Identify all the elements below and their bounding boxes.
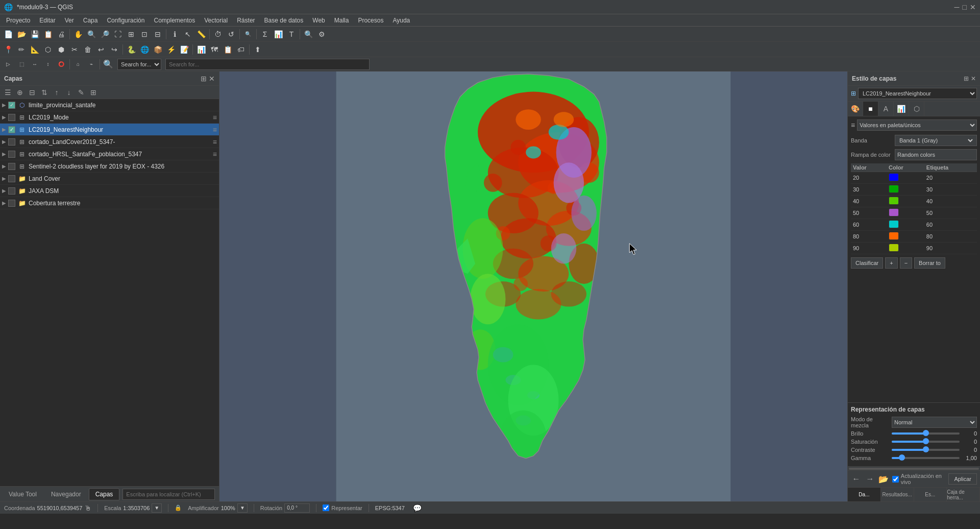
map-area[interactable] — [219, 71, 847, 501]
expand-arrow-cortadohrsl[interactable]: ▶ — [2, 151, 8, 157]
menu-capa[interactable]: Capa — [79, 16, 102, 25]
modo-select[interactable]: Normal — [892, 417, 977, 428]
analysis-2[interactable]: 🗺 — [208, 43, 220, 56]
expand-arrow-landcover[interactable]: ▶ — [2, 176, 8, 181]
plugin-2[interactable]: 🌐 — [138, 43, 151, 56]
brillo-slider[interactable] — [892, 432, 960, 435]
tab-navegador[interactable]: Navegador — [44, 488, 88, 500]
apply-button[interactable]: Aplicar — [948, 473, 977, 485]
history-back-icon[interactable]: ← — [851, 473, 862, 485]
digitize-5[interactable]: ⬢ — [55, 43, 67, 56]
digitize-7[interactable]: 🗑 — [82, 43, 94, 56]
expand-arrow-limite[interactable]: ▶ — [2, 102, 8, 108]
menu-ayuda[interactable]: Ayuda — [388, 16, 414, 25]
color-table-row[interactable]: 90 90 — [851, 243, 977, 254]
color-swatch-cell[interactable] — [887, 219, 924, 231]
layer-checkbox-cortadohrsl[interactable] — [8, 151, 15, 158]
layer-search-input[interactable] — [122, 489, 215, 500]
zoom-magnifier-icon[interactable]: 🔍 — [102, 58, 114, 70]
layer-item-jaxa[interactable]: ▶ 📁 JAXA DSM — [0, 185, 219, 197]
style-tab-paint[interactable]: 🎨 — [848, 102, 863, 116]
adv-5[interactable]: ⭕ — [55, 58, 67, 70]
zoom-in-button[interactable]: 🔍 — [85, 28, 97, 40]
layer-checkbox-cortadolc[interactable] — [8, 138, 15, 146]
digitize-1[interactable]: 📍 — [2, 43, 14, 56]
plugin-3[interactable]: 📦 — [152, 43, 164, 56]
menu-complementos[interactable]: Complementos — [150, 16, 199, 25]
style-tab-diagrams[interactable]: 📊 — [894, 102, 909, 116]
remove-class-button[interactable]: − — [900, 257, 912, 269]
analysis-4[interactable]: 🏷 — [235, 43, 247, 56]
color-table-row[interactable]: 50 50 — [851, 207, 977, 219]
layers-toolbar-5[interactable]: ↑ — [51, 87, 62, 98]
layer-opts-cortadohrsl[interactable]: ≡ — [213, 150, 217, 158]
layer-opts-nn[interactable]: ≡ — [213, 126, 217, 134]
zoom-out-button[interactable]: 🔎 — [99, 28, 111, 40]
zoom-layer-button[interactable]: ⊡ — [138, 28, 151, 40]
layer-checkbox-landcover[interactable] — [8, 175, 15, 182]
render-checkbox[interactable] — [323, 504, 329, 511]
color-swatch-cell[interactable] — [887, 243, 924, 254]
extra-1[interactable]: ⬆ — [252, 43, 264, 56]
adv-4[interactable]: ↕ — [42, 58, 54, 70]
digitize-9[interactable]: ↪ — [108, 43, 120, 56]
rotation-input[interactable] — [284, 503, 310, 513]
zoom-selection-button[interactable]: ⊞ — [125, 28, 137, 40]
search-type-select[interactable]: Search for... — [117, 59, 161, 70]
open-style-icon[interactable]: 📂 — [878, 473, 889, 485]
color-table-row[interactable]: 30 30 — [851, 184, 977, 196]
menu-proyecto[interactable]: Proyecto — [2, 16, 34, 25]
menu-web[interactable]: Web — [308, 16, 329, 25]
adv-2[interactable]: ⬚ — [15, 58, 28, 70]
menu-editar[interactable]: Editar — [35, 16, 59, 25]
color-swatch-cell[interactable] — [887, 207, 924, 219]
refresh-button[interactable]: ↺ — [225, 28, 237, 40]
tab-capas[interactable]: Capas — [89, 488, 120, 500]
maximize-button[interactable]: □ — [963, 3, 967, 11]
layers-panel-close-icon[interactable]: ✕ — [209, 75, 215, 83]
pan-button[interactable]: ✋ — [72, 28, 84, 40]
measure-button[interactable]: 📏 — [195, 28, 207, 40]
rampa-value[interactable]: Random colors — [895, 149, 977, 160]
save-as-button[interactable]: 📋 — [42, 28, 54, 40]
epsg-item[interactable]: EPSG:5347 — [375, 505, 405, 511]
expand-arrow-mode[interactable]: ▶ — [2, 114, 8, 120]
zoom-extent-button[interactable]: ⛶ — [112, 28, 124, 40]
layers-toolbar-6[interactable]: ↓ — [63, 87, 75, 98]
layers-toolbar-7[interactable]: ✎ — [76, 87, 87, 98]
new-project-button[interactable]: 📄 — [2, 28, 14, 40]
menu-basedatos[interactable]: Base de datos — [260, 16, 308, 25]
select-button[interactable]: ↖ — [182, 28, 194, 40]
minimize-button[interactable]: ─ — [954, 3, 960, 11]
style-panel-float-icon[interactable]: ⊞ — [964, 75, 969, 82]
delete-all-button[interactable]: Borrar to — [914, 257, 945, 269]
identify-button[interactable]: ℹ — [168, 28, 181, 40]
adv-6[interactable]: ⌂ — [72, 58, 84, 70]
textfield-button[interactable]: T — [285, 28, 298, 40]
search-input[interactable] — [165, 59, 370, 70]
analysis-1[interactable]: 📊 — [195, 43, 207, 56]
auto-apply-check[interactable] — [892, 476, 899, 483]
rpanel-tab-caja[interactable]: Caja de herra... — [947, 488, 980, 501]
search2-button[interactable]: 🔍 — [302, 28, 314, 40]
digitize-6[interactable]: ✂ — [68, 43, 81, 56]
layer-opts-mode[interactable]: ≡ — [213, 113, 217, 122]
amp-input[interactable]: ▼ — [237, 503, 248, 513]
digitize-3[interactable]: 📐 — [29, 43, 41, 56]
layer-item-limite[interactable]: ▶ ✓ ⬡ limite_provincial_santafe — [0, 99, 219, 111]
expand-arrow-cobertura[interactable]: ▶ — [2, 200, 8, 206]
zoom-input-button[interactable]: 🔍 — [242, 28, 254, 40]
zoom-full-button[interactable]: ⊟ — [152, 28, 164, 40]
style-tab-renderer[interactable]: ■ — [863, 102, 878, 116]
layers-panel-float-icon[interactable]: ⊞ — [201, 75, 207, 83]
color-swatch-cell[interactable] — [887, 184, 924, 196]
color-swatch-cell[interactable] — [887, 172, 924, 184]
digitize-8[interactable]: ↩ — [95, 43, 107, 56]
rpanel-tab-da[interactable]: Da... — [848, 488, 881, 501]
gamma-slider[interactable] — [892, 457, 960, 459]
digitize-4[interactable]: ⬡ — [42, 43, 54, 56]
plugin-4[interactable]: ⚡ — [165, 43, 177, 56]
expand-arrow-nn[interactable]: ▶ — [2, 127, 8, 132]
style-tab-labels[interactable]: A — [878, 102, 894, 116]
color-table-row[interactable]: 20 20 — [851, 172, 977, 184]
